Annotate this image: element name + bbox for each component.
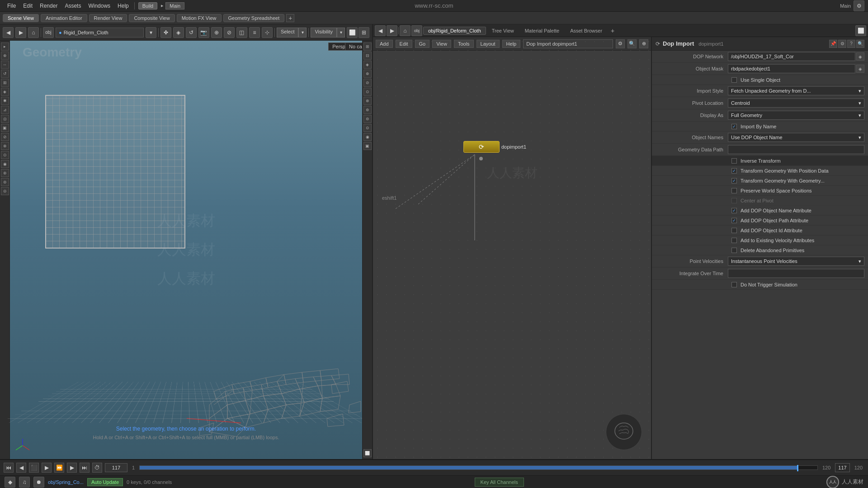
menu-edit[interactable]: Edit — [19, 0, 36, 11]
tl-prev-frame[interactable]: ◀ — [16, 463, 26, 473]
split-icon[interactable]: ⊞ — [359, 27, 369, 38]
rtab-main[interactable]: obj/Rigid_Deform_Cloth — [423, 27, 486, 35]
vr-tool-3[interactable]: ◈ — [363, 61, 372, 69]
tl-next-frame[interactable]: ▶ — [67, 463, 77, 473]
tab-motion-fx[interactable]: Motion FX View — [177, 14, 222, 22]
node-output-dot[interactable] — [479, 157, 483, 160]
transform-icon[interactable]: ✤ — [160, 27, 171, 38]
tool-6[interactable]: ✱ — [1, 97, 9, 105]
vr-tool-10[interactable]: ⊝ — [363, 124, 372, 132]
vr-tool-6[interactable]: ⊙ — [363, 88, 372, 96]
timeline-scrubber[interactable] — [139, 465, 818, 470]
props-search[interactable]: 🔍 — [856, 40, 864, 48]
tab-render-view[interactable]: Render View — [89, 14, 127, 22]
select-dropdown[interactable]: ▾ — [298, 28, 307, 38]
rt-home[interactable]: ⌂ — [400, 25, 410, 36]
point-vel-dropdown[interactable]: Instantaneous Point Velocities ▾ — [728, 257, 864, 266]
vr-tool-9[interactable]: ⊜ — [363, 115, 372, 123]
sb-record-icon[interactable]: ⏺ — [33, 477, 44, 488]
vr-tool-5[interactable]: ⊘ — [363, 79, 372, 87]
dop-id-attr-checkbox[interactable] — [731, 228, 737, 233]
vr-tool-2[interactable]: ⊟ — [363, 52, 372, 60]
tool-5[interactable]: ◈ — [1, 88, 9, 96]
tool-8[interactable]: ◎ — [1, 115, 9, 123]
dop-name-attr-checkbox[interactable] — [731, 208, 737, 213]
obj-level-btn[interactable]: obj — [43, 27, 54, 38]
rtab-material[interactable]: Material Palette — [520, 27, 564, 35]
tool-12[interactable]: ⊙ — [1, 151, 9, 159]
display-as-dropdown[interactable]: Full Geometry ▾ — [728, 111, 864, 120]
import-by-name-checkbox[interactable] — [731, 124, 737, 129]
rt-forward[interactable]: ▶ — [387, 25, 397, 36]
viewport-canvas[interactable]: 人人素材 人人素材 人人素材 ▸ ⊕ ↔ ↺ ⊞ ◈ ✱ ⊿ ◎ ▣ ⊘ — [0, 41, 372, 459]
integrate-time-value[interactable] — [728, 269, 864, 278]
props-pin[interactable]: 📌 — [829, 40, 837, 48]
rt-fullscreen[interactable]: ⬜ — [855, 25, 866, 36]
tl-skip-start[interactable]: ⏮ — [4, 463, 14, 473]
tool-10[interactable]: ⊘ — [1, 133, 9, 141]
tool-13[interactable]: ◉ — [1, 160, 9, 168]
object-names-dropdown[interactable]: Use DOP Object Name ▾ — [728, 133, 864, 142]
path-dropdown[interactable]: ▾ — [146, 27, 156, 38]
handle-icon[interactable]: ◫ — [236, 27, 247, 38]
delete-abandoned-checkbox[interactable] — [731, 248, 737, 253]
object-mask-pick[interactable]: ◈ — [856, 65, 864, 73]
tl-stop[interactable]: ⬛ — [29, 463, 39, 473]
auto-update-btn[interactable]: Auto Update — [87, 478, 123, 486]
add-rtab[interactable]: + — [608, 27, 617, 34]
playhead[interactable] — [797, 465, 798, 471]
menu-file[interactable]: File — [4, 0, 19, 11]
tool-select[interactable]: ▸ — [1, 42, 9, 51]
select-button[interactable]: Select — [277, 28, 299, 38]
pivot-location-dropdown[interactable]: Centroid ▾ — [728, 99, 864, 108]
tl-play-fwd[interactable]: ⏩ — [54, 463, 64, 473]
velocity-attr-checkbox[interactable] — [731, 238, 737, 243]
geo-data-path-value[interactable] — [728, 145, 864, 154]
tab-animation-editor[interactable]: Animation Editor — [41, 14, 87, 22]
tool-14[interactable]: ⊛ — [1, 169, 9, 177]
nav-back[interactable]: ◀ — [3, 27, 14, 38]
tool-3[interactable]: ↺ — [1, 70, 9, 78]
fullscreen-icon[interactable]: ⬜ — [347, 27, 358, 38]
vr-bottom[interactable]: ⬜ — [363, 449, 372, 457]
menu-render[interactable]: Render — [36, 0, 61, 11]
vr-tool-4[interactable]: ⊕ — [363, 70, 372, 78]
select-icon[interactable]: ◈ — [173, 27, 184, 38]
visibility-dropdown[interactable]: ▾ — [337, 28, 345, 38]
use-single-checkbox[interactable] — [731, 77, 737, 83]
settings-icon[interactable]: ⚙ — [854, 0, 864, 11]
transform-geo-checkbox[interactable] — [731, 178, 737, 183]
add-pane-tab[interactable]: + — [286, 14, 294, 22]
dop-network-pick[interactable]: ◈ — [856, 52, 864, 61]
nav-forward[interactable]: ▶ — [15, 27, 26, 38]
tab-geo-spreadsheet[interactable]: Geometry Spreadsheet — [223, 14, 285, 22]
rotate-icon[interactable]: ↺ — [186, 27, 197, 38]
vr-tool-7[interactable]: ⊗ — [363, 97, 372, 105]
tl-play[interactable]: ▶ — [42, 463, 52, 473]
tool-9[interactable]: ▣ — [1, 124, 9, 132]
props-settings[interactable]: ⚙ — [838, 40, 846, 48]
main-badge[interactable]: Main — [165, 2, 184, 9]
visibility-button[interactable]: Visibility — [311, 28, 337, 38]
sb-keyframe-icon[interactable]: ◆ — [5, 477, 15, 488]
rt-obj[interactable]: obj — [411, 25, 422, 36]
vr-tool-1[interactable]: ⊞ — [363, 42, 372, 51]
tab-composite-view[interactable]: Composite View — [129, 14, 175, 22]
tool-1[interactable]: ⊕ — [1, 52, 9, 60]
magnet-icon[interactable]: ⊘ — [224, 27, 235, 38]
transform-pos-checkbox[interactable] — [731, 168, 737, 174]
menu-windows[interactable]: Windows — [85, 0, 114, 11]
snap-icon[interactable]: ⊕ — [211, 27, 222, 38]
sb-audio-icon[interactable]: ♫ — [19, 477, 30, 488]
menu-assets[interactable]: Assets — [61, 0, 85, 11]
sb-node-link[interactable]: obj/Spring_Co... — [48, 479, 84, 485]
dop-network-value[interactable]: /obj/HOUDZHI_17_Soft_Cor — [728, 52, 855, 61]
tab-scene-view[interactable]: Scene View — [3, 14, 39, 22]
menu-help[interactable]: Help — [114, 0, 132, 11]
tool-4[interactable]: ⊞ — [1, 79, 9, 87]
camera-icon[interactable]: 📷 — [198, 27, 209, 38]
center-pivot-checkbox[interactable] — [731, 198, 737, 203]
measure-icon[interactable]: ⊹ — [262, 27, 273, 38]
current-frame[interactable]: 117 — [105, 463, 127, 472]
vr-tool-11[interactable]: ◉ — [363, 133, 372, 141]
